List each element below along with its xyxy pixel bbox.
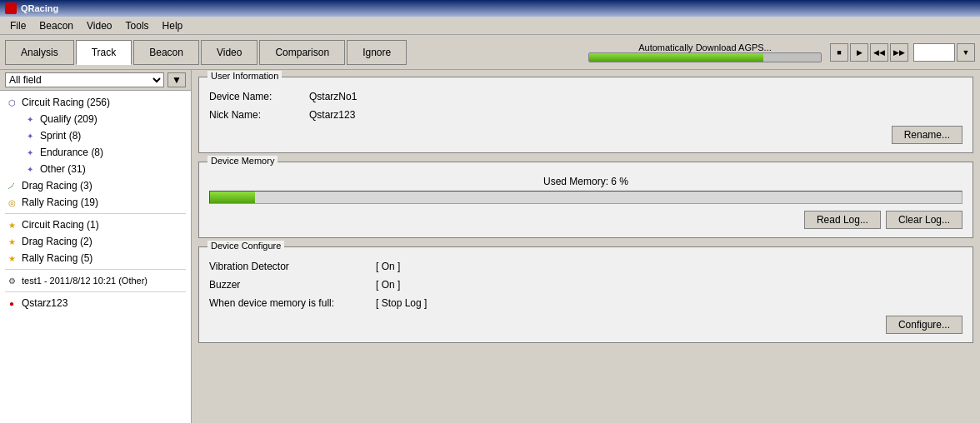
expand-button[interactable]: ▼ <box>957 43 975 62</box>
star-rally-icon: ★ <box>5 251 18 265</box>
memory-full-label: When device memory is full: <box>209 297 376 309</box>
sidebar-header: All field ▼ <box>0 70 191 91</box>
sidebar-item-starred-rally[interactable]: ★ Rally Racing (5) <box>0 250 191 266</box>
memory-progress-bar <box>209 191 962 204</box>
sprint-icon: ✦ <box>23 129 37 142</box>
prev-button[interactable]: ◀◀ <box>870 43 888 62</box>
tab-track[interactable]: Track <box>76 40 132 65</box>
filter-dropdown[interactable]: All field <box>5 72 164 87</box>
configure-button[interactable]: Configure... <box>886 316 962 334</box>
user-info-title: User Information <box>208 71 282 81</box>
test-icon: ⚙ <box>5 274 18 287</box>
starred-drag-label: Drag Racing (2) <box>22 236 92 247</box>
tab-beacon[interactable]: Beacon <box>133 40 199 65</box>
test-label: test1 - 2011/8/12 10:21 (Other) <box>22 276 148 286</box>
menu-tools[interactable]: Tools <box>119 18 156 33</box>
sidebar-item-device[interactable]: ● Qstarz123 <box>0 295 191 311</box>
buzzer-label: Buzzer <box>209 279 376 291</box>
device-configure-group: Device Configure Vibration Detector [ On… <box>198 246 973 343</box>
nick-name-row: Nick Name: Qstarz123 <box>209 109 962 121</box>
configure-btn-row: Configure... <box>209 316 962 334</box>
rally-racing-label: Rally Racing (19) <box>22 197 98 208</box>
qualify-label: Qualify (209) <box>40 113 98 125</box>
menu-bar: File Beacon Video Tools Help <box>0 17 980 35</box>
sidebar-item-sprint[interactable]: ✦ Sprint (8) <box>0 127 191 144</box>
endurance-label: Endurance (8) <box>40 147 103 158</box>
device-name-label: Device Name: <box>209 91 309 102</box>
sidebar-tree: ⬡ Circuit Racing (256) ✦ Qualify (209) ✦… <box>0 91 191 423</box>
device-memory-group: Device Memory Used Memory: 6 % Read Log.… <box>198 162 973 238</box>
clear-log-button[interactable]: Clear Log... <box>886 211 962 229</box>
title-bar: QRacing <box>0 0 980 17</box>
app-title: QRacing <box>21 3 58 13</box>
vibration-label: Vibration Detector <box>209 261 376 272</box>
star-drag-icon: ★ <box>5 235 18 248</box>
tab-ignore[interactable]: Ignore <box>347 40 407 65</box>
device-icon: ● <box>5 296 18 310</box>
rally-icon: ◎ <box>5 196 18 209</box>
device-configure-title: Device Configure <box>208 241 284 251</box>
next-button[interactable]: ▶▶ <box>890 43 908 62</box>
sidebar-item-test[interactable]: ⚙ test1 - 2011/8/12 10:21 (Other) <box>0 272 191 289</box>
memory-bar-fill <box>210 192 255 203</box>
stop-button[interactable]: ■ <box>830 43 848 62</box>
user-information-group: User Information Device Name: QstarzNo1 … <box>198 77 973 153</box>
sidebar-divider-2 <box>5 269 186 270</box>
sidebar-item-qualify[interactable]: ✦ Qualify (209) <box>0 111 191 127</box>
qualify-icon: ✦ <box>23 112 37 126</box>
sidebar: All field ▼ ⬡ Circuit Racing (256) ✦ Qua… <box>0 70 192 423</box>
endurance-icon: ✦ <box>23 146 37 159</box>
memory-full-value: [ Stop Log ] <box>376 297 427 309</box>
sidebar-item-circuit-racing[interactable]: ⬡ Circuit Racing (256) <box>0 94 191 111</box>
agps-progress-bar <box>588 52 822 62</box>
menu-help[interactable]: Help <box>156 18 190 33</box>
other-icon: ✦ <box>23 162 37 176</box>
device-name-value: QstarzNo1 <box>309 91 357 102</box>
agps-label: Automatically Download AGPS... <box>638 42 772 52</box>
sidebar-item-drag-racing[interactable]: ⟋ Drag Racing (3) <box>0 177 191 194</box>
sidebar-item-other[interactable]: ✦ Other (31) <box>0 161 191 177</box>
sidebar-item-starred-drag[interactable]: ★ Drag Racing (2) <box>0 233 191 250</box>
vibration-row: Vibration Detector [ On ] <box>209 261 962 272</box>
agps-area: Automatically Download AGPS... <box>588 42 822 62</box>
device-memory-title: Device Memory <box>208 156 278 166</box>
starred-circuit-label: Circuit Racing (1) <box>22 219 99 231</box>
tab-video[interactable]: Video <box>201 40 258 65</box>
sprint-label: Sprint (8) <box>40 130 81 142</box>
other-label: Other (31) <box>40 163 86 175</box>
transport-controls: ■ ▶ ◀◀ ▶▶ <box>830 43 908 62</box>
sidebar-divider-1 <box>5 213 186 214</box>
circuit-racing-label: Circuit Racing (256) <box>22 97 110 108</box>
nick-name-label: Nick Name: <box>209 109 309 121</box>
starred-rally-label: Rally Racing (5) <box>22 252 92 264</box>
drag-icon: ⟋ <box>5 179 18 192</box>
tab-analysis[interactable]: Analysis <box>5 40 74 65</box>
memory-buttons: Read Log... Clear Log... <box>209 211 962 229</box>
main-content: All field ▼ ⬡ Circuit Racing (256) ✦ Qua… <box>0 70 980 423</box>
play-button[interactable]: ▶ <box>850 43 868 62</box>
menu-file[interactable]: File <box>3 18 32 33</box>
right-panel: User Information Device Name: QstarzNo1 … <box>192 70 980 423</box>
toolbar: Analysis Track Beacon Video Comparison I… <box>0 35 980 70</box>
rename-btn-row: Rename... <box>209 126 962 144</box>
rename-button[interactable]: Rename... <box>892 126 962 144</box>
agps-progress-fill <box>589 53 763 62</box>
read-log-button[interactable]: Read Log... <box>804 211 881 229</box>
nick-name-value: Qstarz123 <box>309 109 355 121</box>
circuit-icon: ⬡ <box>5 96 18 109</box>
vibration-value: [ On ] <box>376 261 400 272</box>
number-input[interactable] <box>913 43 955 62</box>
used-memory-label: Used Memory: 6 % <box>209 176 962 187</box>
tab-comparison[interactable]: Comparison <box>259 40 345 65</box>
star-circuit-icon: ★ <box>5 218 18 231</box>
sidebar-expand-btn[interactable]: ▼ <box>168 72 186 87</box>
sidebar-item-endurance[interactable]: ✦ Endurance (8) <box>0 144 191 161</box>
drag-racing-label: Drag Racing (3) <box>22 180 92 192</box>
menu-beacon[interactable]: Beacon <box>32 18 80 33</box>
sidebar-divider-3 <box>5 291 186 292</box>
sidebar-item-rally-racing[interactable]: ◎ Rally Racing (19) <box>0 194 191 211</box>
menu-video[interactable]: Video <box>80 18 118 33</box>
memory-full-row: When device memory is full: [ Stop Log ] <box>209 297 962 309</box>
sidebar-item-starred-circuit[interactable]: ★ Circuit Racing (1) <box>0 216 191 233</box>
device-label: Qstarz123 <box>22 297 68 309</box>
